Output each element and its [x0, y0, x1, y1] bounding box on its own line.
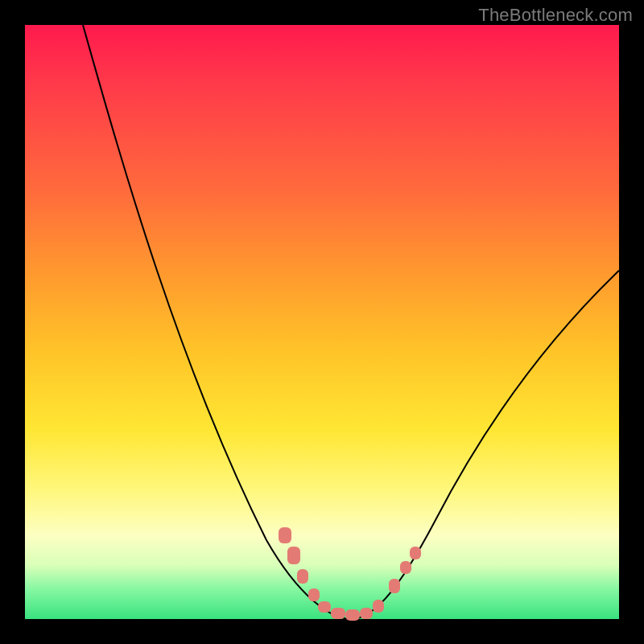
chart-plot-area [25, 25, 619, 619]
svg-rect-9 [389, 579, 400, 593]
svg-rect-8 [373, 600, 384, 613]
curve-svg [25, 25, 619, 619]
svg-rect-10 [400, 561, 411, 574]
svg-rect-2 [297, 569, 308, 584]
svg-rect-4 [318, 601, 331, 613]
svg-rect-1 [287, 547, 300, 564]
svg-rect-5 [331, 608, 345, 619]
watermark-text: TheBottleneck.com [478, 5, 633, 26]
svg-rect-0 [279, 527, 291, 543]
svg-rect-6 [345, 609, 360, 621]
svg-rect-11 [410, 547, 421, 559]
bottleneck-curve [83, 25, 619, 619]
highlight-beads [279, 527, 421, 621]
svg-rect-3 [308, 588, 320, 601]
svg-rect-7 [360, 608, 373, 619]
